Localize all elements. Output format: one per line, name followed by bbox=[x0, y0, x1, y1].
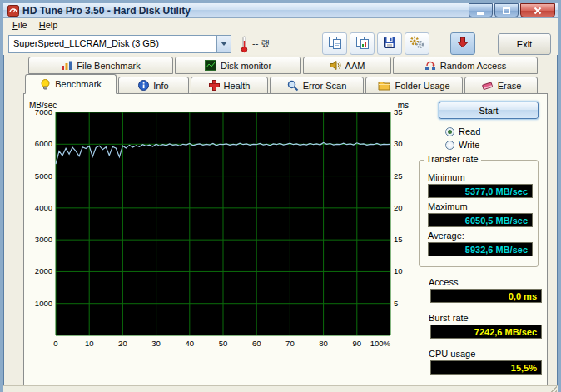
down-arrow-button[interactable] bbox=[450, 32, 475, 55]
maximum-value: 6050,5 MB/sec bbox=[428, 213, 533, 227]
drive-select[interactable]: SuperSpeed_LLCRAM_Disk (3 GB) bbox=[8, 35, 231, 53]
write-radio[interactable]: Write bbox=[445, 138, 542, 151]
start-button[interactable]: Start bbox=[439, 102, 539, 119]
burst-rate-value: 7242,6 MB/sec bbox=[430, 325, 542, 339]
window-title: HD Tune Pro 3.50 - Hard Disk Utility bbox=[22, 5, 469, 17]
minimize-icon bbox=[477, 12, 484, 15]
save-icon bbox=[383, 36, 396, 52]
copy-image-icon bbox=[355, 36, 370, 52]
save-button[interactable] bbox=[377, 32, 402, 55]
read-radio[interactable]: Read bbox=[445, 125, 542, 138]
tab-label: AAM bbox=[345, 61, 365, 71]
radio-icon bbox=[445, 141, 454, 150]
thermometer-icon bbox=[240, 35, 249, 53]
tab-label: Disk monitor bbox=[221, 61, 271, 71]
minimize-button[interactable] bbox=[469, 3, 493, 17]
temperature-value: -- 랬 bbox=[252, 37, 284, 50]
aam-speaker-icon bbox=[330, 60, 341, 71]
toolbar-buttons bbox=[322, 32, 475, 55]
app-icon bbox=[7, 5, 19, 17]
window-controls bbox=[469, 3, 555, 17]
svg-text:0: 0 bbox=[53, 339, 57, 348]
svg-text:ms: ms bbox=[398, 101, 409, 110]
chevron-down-icon bbox=[221, 42, 227, 46]
tab-error-scan[interactable]: Error Scan bbox=[270, 77, 364, 94]
write-radio-label: Write bbox=[459, 140, 479, 150]
tab-folder-usage[interactable]: Folder Usage bbox=[365, 77, 463, 94]
svg-text:4000: 4000 bbox=[35, 203, 52, 212]
copy-icon bbox=[328, 36, 342, 52]
close-button[interactable] bbox=[520, 3, 555, 17]
transfer-rate-group: Transfer rate Minimum 5377,0 MB/sec Maxi… bbox=[419, 160, 539, 267]
close-icon bbox=[534, 7, 542, 15]
magnifier-icon bbox=[287, 80, 299, 92]
tab-disk-monitor[interactable]: Disk monitor bbox=[175, 57, 301, 74]
svg-text:80: 80 bbox=[319, 339, 328, 348]
svg-text:1000: 1000 bbox=[35, 299, 52, 308]
maximize-button[interactable] bbox=[494, 3, 519, 17]
tab-label: Info bbox=[153, 81, 168, 91]
tab-health[interactable]: Health bbox=[191, 77, 268, 94]
tab-erase[interactable]: Erase bbox=[464, 77, 538, 94]
maximum-label: Maximum bbox=[428, 201, 533, 211]
menu-help[interactable]: Help bbox=[33, 18, 64, 32]
minimum-label: Minimum bbox=[428, 172, 533, 182]
average-label: Average: bbox=[428, 231, 533, 241]
cpu-usage-value: 15,5% bbox=[430, 360, 542, 375]
folder-icon bbox=[378, 80, 390, 91]
tab-label: Health bbox=[224, 81, 251, 91]
svg-text:90: 90 bbox=[353, 339, 362, 348]
svg-text:40: 40 bbox=[186, 339, 195, 348]
svg-text:15: 15 bbox=[394, 235, 403, 244]
transfer-rate-group-label: Transfer rate bbox=[424, 154, 481, 164]
svg-text:100%: 100% bbox=[370, 339, 391, 348]
svg-text:30: 30 bbox=[394, 139, 403, 148]
burst-rate-label: Burst rate bbox=[429, 313, 542, 323]
benchmark-chart: 1000200030004000500060007000510152025303… bbox=[27, 99, 410, 354]
info-icon bbox=[138, 80, 149, 91]
exit-button[interactable]: Exit bbox=[498, 33, 551, 55]
read-write-radios: Read Write bbox=[445, 125, 542, 151]
tab-aam[interactable]: AAM bbox=[303, 57, 391, 74]
health-cross-icon bbox=[209, 80, 220, 91]
down-arrow-icon bbox=[457, 37, 469, 51]
chart-area: 1000200030004000500060007000510152025303… bbox=[27, 99, 410, 383]
svg-text:20: 20 bbox=[394, 203, 403, 212]
copy-image-button[interactable] bbox=[350, 32, 375, 55]
svg-text:10: 10 bbox=[85, 339, 94, 348]
eraser-icon bbox=[481, 80, 494, 91]
svg-text:50: 50 bbox=[219, 339, 228, 348]
tab-row-lower: Benchmark Info Health Error Scan Folder … bbox=[25, 74, 558, 94]
benchmark-tab-page: 1000200030004000500060007000510152025303… bbox=[23, 93, 548, 385]
tab-benchmark[interactable]: Benchmark bbox=[25, 74, 117, 94]
resize-grip[interactable] bbox=[547, 386, 557, 392]
drive-select-value: SuperSpeed_LLCRAM_Disk (3 GB) bbox=[9, 36, 216, 52]
tab-random-access[interactable]: Random Access bbox=[393, 57, 538, 74]
drive-select-dropdown-button[interactable] bbox=[216, 36, 231, 52]
options-button[interactable] bbox=[405, 32, 429, 55]
svg-text:25: 25 bbox=[394, 171, 403, 181]
minimum-value: 5377,0 MB/sec bbox=[428, 184, 533, 198]
tab-file-benchmark[interactable]: File Benchmark bbox=[28, 57, 173, 74]
gears-icon bbox=[410, 36, 424, 52]
average-value: 5932,6 MB/sec bbox=[428, 242, 533, 256]
copy-button[interactable] bbox=[322, 32, 347, 55]
svg-text:70: 70 bbox=[285, 339, 295, 348]
status-bar bbox=[3, 385, 558, 392]
svg-text:5000: 5000 bbox=[35, 171, 52, 181]
tab-row-upper: File Benchmark Disk monitor AAM Random A… bbox=[28, 57, 558, 74]
benchmark-side-panel: Start Read Write Transfer rate Minimum 5… bbox=[410, 99, 545, 383]
svg-text:6000: 6000 bbox=[35, 139, 52, 148]
svg-text:60: 60 bbox=[252, 339, 261, 348]
tab-label: Error Scan bbox=[303, 81, 347, 91]
menu-bar: File Help bbox=[3, 18, 558, 32]
svg-text:2000: 2000 bbox=[35, 266, 52, 275]
tab-info[interactable]: Info bbox=[118, 77, 189, 94]
disk-monitor-icon bbox=[205, 60, 216, 71]
tab-label: File Benchmark bbox=[77, 61, 140, 71]
benchmark-icon bbox=[40, 78, 51, 90]
svg-text:MB/sec: MB/sec bbox=[29, 101, 57, 110]
tab-label: Benchmark bbox=[55, 79, 102, 89]
access-value: 0,0 ms bbox=[430, 289, 542, 303]
menu-file[interactable]: File bbox=[7, 18, 33, 32]
